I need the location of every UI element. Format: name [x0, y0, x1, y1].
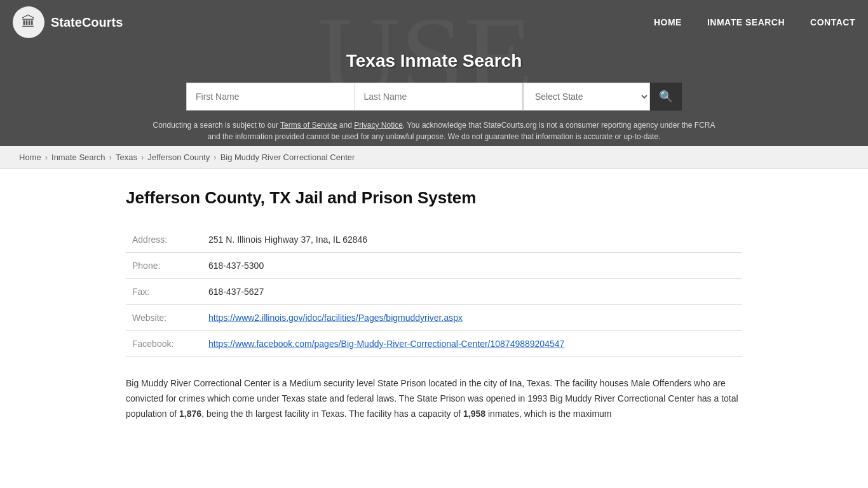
website-value: https://www2.illinois.gov/idoc/facilitie…	[202, 305, 742, 331]
main-content: Jefferson County, TX Jail and Prison Sys…	[100, 169, 768, 447]
site-header: 🏛 StateCourts HOME INMATE SEARCH CONTACT…	[0, 0, 868, 146]
facebook-label: Facebook:	[126, 331, 202, 357]
address-row: Address: 251 N. Illinois Highway 37, Ina…	[126, 227, 742, 253]
state-select[interactable]: Select State Texas California Florida Il…	[523, 83, 650, 111]
page-title: Texas Inmate Search	[346, 51, 522, 71]
search-icon: 🔍	[659, 90, 673, 104]
address-label: Address:	[126, 227, 202, 253]
fax-label: Fax:	[126, 279, 202, 305]
facebook-row: Facebook: https://www.facebook.com/pages…	[126, 331, 742, 357]
first-name-input[interactable]	[186, 83, 355, 111]
breadcrumb-state[interactable]: Texas	[116, 152, 137, 162]
terms-link[interactable]: Terms of Service	[280, 121, 337, 130]
search-button[interactable]: 🔍	[650, 83, 682, 111]
fax-row: Fax: 618-437-5627	[126, 279, 742, 305]
phone-value: 618-437-5300	[202, 253, 742, 279]
address-value: 251 N. Illinois Highway 37, Ina, IL 6284…	[202, 227, 742, 253]
logo-icon: 🏛	[13, 6, 44, 38]
website-row: Website: https://www2.illinois.gov/idoc/…	[126, 305, 742, 331]
facebook-value: https://www.facebook.com/pages/Big-Muddy…	[202, 331, 742, 357]
breadcrumb-sep-3: ›	[141, 152, 144, 162]
disclaimer: Conducting a search is subject to our Te…	[148, 119, 720, 142]
facility-info-table: Address: 251 N. Illinois Highway 37, Ina…	[126, 227, 742, 357]
website-label: Website:	[126, 305, 202, 331]
nav-links: HOME INMATE SEARCH CONTACT	[654, 17, 855, 27]
logo[interactable]: 🏛 StateCourts	[13, 6, 123, 38]
nav-contact[interactable]: CONTACT	[810, 17, 855, 27]
breadcrumb: Home › Inmate Search › Texas › Jefferson…	[0, 146, 868, 169]
phone-row: Phone: 618-437-5300	[126, 253, 742, 279]
facility-description: Big Muddy River Correctional Center is a…	[126, 376, 742, 421]
population-value: 1,876	[179, 409, 201, 419]
nav-home[interactable]: HOME	[654, 17, 682, 27]
website-link[interactable]: https://www2.illinois.gov/idoc/facilitie…	[208, 313, 463, 323]
breadcrumb-sep-4: ›	[214, 152, 216, 162]
breadcrumb-sep-1: ›	[45, 152, 48, 162]
logo-text: StateCourts	[51, 15, 123, 30]
breadcrumb-sep-2: ›	[109, 152, 112, 162]
facility-title: Jefferson County, TX Jail and Prison Sys…	[126, 188, 742, 208]
fax-value: 618-437-5627	[202, 279, 742, 305]
search-bar: Select State Texas California Florida Il…	[186, 83, 682, 111]
breadcrumb-home[interactable]: Home	[19, 152, 41, 162]
nav-bar: 🏛 StateCourts HOME INMATE SEARCH CONTACT	[0, 0, 868, 44]
breadcrumb-inmate-search[interactable]: Inmate Search	[51, 152, 105, 162]
privacy-link[interactable]: Privacy Notice	[354, 121, 403, 130]
nav-inmate-search[interactable]: INMATE SEARCH	[707, 17, 785, 27]
last-name-input[interactable]	[355, 83, 524, 111]
breadcrumb-facility: Big Muddy River Correctional Center	[220, 152, 355, 162]
facebook-link[interactable]: https://www.facebook.com/pages/Big-Muddy…	[208, 339, 564, 349]
phone-label: Phone:	[126, 253, 202, 279]
capacity-value: 1,958	[463, 409, 485, 419]
breadcrumb-county[interactable]: Jefferson County	[147, 152, 210, 162]
